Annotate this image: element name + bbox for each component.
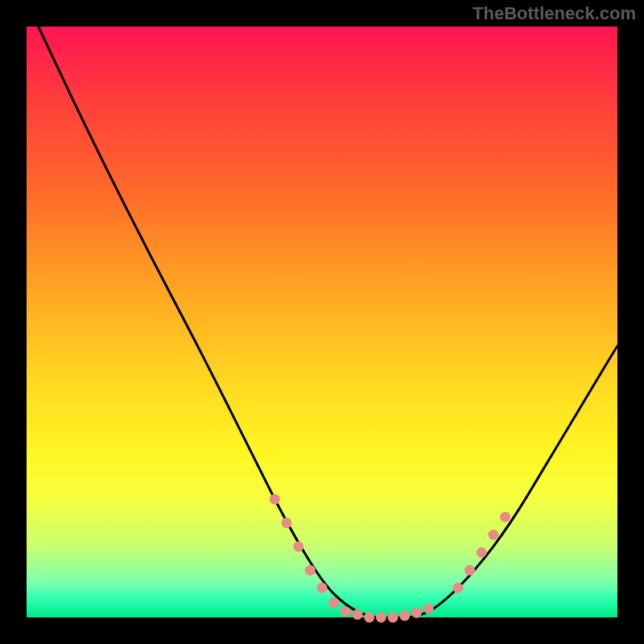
marker-dot bbox=[281, 518, 291, 528]
watermark-text: TheBottleneck.com bbox=[473, 3, 636, 24]
marker-dot bbox=[364, 613, 374, 623]
marker-dots bbox=[270, 494, 510, 623]
marker-dot bbox=[411, 608, 422, 618]
marker-dot bbox=[270, 494, 280, 505]
marker-dot bbox=[317, 583, 328, 593]
marker-dot bbox=[376, 613, 386, 623]
chart-container: TheBottleneck.com bbox=[0, 0, 644, 644]
marker-dot bbox=[423, 603, 434, 613]
marker-dot bbox=[305, 565, 316, 576]
marker-dot bbox=[353, 609, 363, 620]
curve-line bbox=[39, 27, 617, 617]
chart-svg bbox=[27, 27, 617, 617]
marker-dot bbox=[388, 613, 398, 623]
marker-dot bbox=[452, 583, 463, 593]
bottleneck-curve bbox=[39, 27, 617, 617]
marker-dot bbox=[500, 512, 510, 522]
plot-area bbox=[27, 27, 617, 617]
marker-dot bbox=[399, 610, 410, 621]
marker-dot bbox=[488, 530, 498, 540]
marker-dot bbox=[477, 547, 487, 558]
marker-dot bbox=[464, 565, 475, 576]
marker-dot bbox=[341, 606, 351, 617]
marker-dot bbox=[328, 597, 339, 608]
marker-dot bbox=[293, 541, 303, 551]
